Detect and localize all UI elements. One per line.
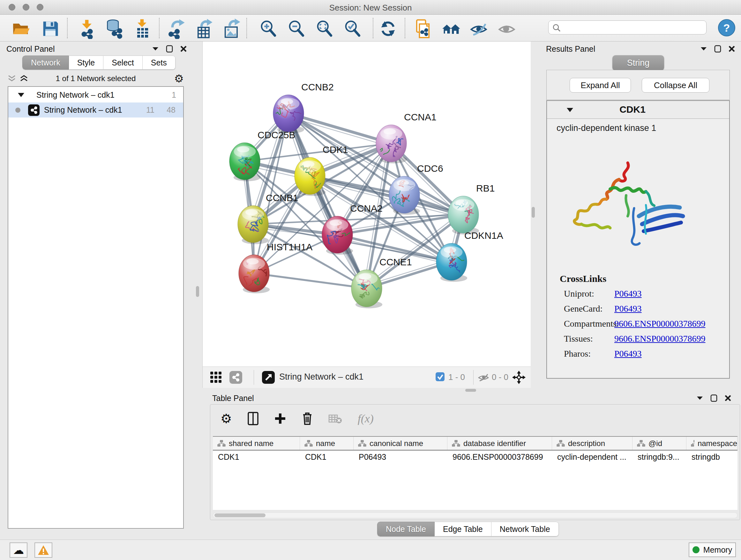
function-builder-icon: f(x) [358,412,374,425]
tab-edge-table[interactable]: Edge Table [434,522,491,537]
bottom-splitter-handle[interactable] [465,389,476,392]
column-header-database-identifier[interactable]: database identifier [448,437,552,450]
delete-table-icon [328,413,342,424]
crosslink-link[interactable]: P06493 [614,349,642,359]
collection-count: 1 [172,90,176,100]
table-horizontal-scrollbar[interactable] [213,512,738,518]
right-splitter-handle[interactable] [532,207,535,218]
warnings-button[interactable] [35,543,52,558]
column-type-icon [305,440,313,447]
save-session-icon[interactable] [40,18,61,39]
table-cell[interactable]: 9606.ENSP00000378699 [448,450,552,463]
collapse-triangle-icon[interactable] [567,108,573,112]
delete-column-icon[interactable] [301,412,313,426]
column-header-canonical-name[interactable]: canonical name [354,437,448,450]
apply-layout-icon[interactable] [378,18,398,39]
panel-close-icon[interactable] [724,395,731,401]
tab-sets[interactable]: Sets [143,56,176,70]
collapse-all-button[interactable]: Collapse All [642,78,710,92]
table-cell[interactable]: CDK1 [300,450,354,463]
table-cell[interactable]: P06493 [354,450,448,463]
cloud-button[interactable]: ☁ [10,543,27,558]
crosslink-link[interactable]: P06493 [614,289,642,299]
tab-network[interactable]: Network [22,56,69,70]
network-row-selected[interactable]: String Network – cdk1 11 48 [8,103,183,118]
add-column-icon[interactable] [274,413,286,425]
collapse-triangle-icon[interactable] [18,93,24,97]
panel-float-icon[interactable] [711,394,718,402]
left-splitter-handle[interactable] [196,286,199,297]
panel-close-icon[interactable] [180,45,187,52]
crosslink-row: GeneCard:P06493 [564,304,724,319]
show-all-networks-icon[interactable] [441,18,461,39]
column-header-shared-name[interactable]: shared name [213,437,300,450]
detach-view-icon[interactable] [262,371,275,385]
table-row[interactable]: CDK1CDK1P064939606.ENSP00000378699cyclin… [213,450,738,463]
control-panel-title: Control Panel [6,44,55,54]
table-cell[interactable]: CDK1 [213,450,300,463]
panel-menu-icon[interactable] [152,47,159,51]
crosslink-link[interactable]: 9606.ENSP00000378699 [614,319,705,329]
network-canvas[interactable]: CCNB2CCNA1CDC25BCDK1CDC6RB1CCNB1CCNA2CDK… [203,42,531,367]
expand-all-button[interactable]: Expand All [569,78,631,92]
memory-button[interactable]: Memory [689,543,736,557]
tab-network-table[interactable]: Network Table [491,522,559,537]
network-node-RB1[interactable]: RB1 [444,183,495,235]
network-node-CDC25B[interactable]: CDC25B [229,130,295,181]
network-options-gear-icon[interactable]: ⚙ [174,72,184,85]
column-header-description[interactable]: description [552,437,632,450]
tab-style[interactable]: Style [69,56,104,70]
help-button[interactable]: ? [718,19,735,37]
export-network-icon[interactable] [166,18,187,39]
export-image-icon[interactable] [221,18,242,39]
panel-float-icon[interactable] [166,45,173,53]
table-cell[interactable]: stringdb:9... [632,450,686,463]
panel-close-icon[interactable] [728,45,735,52]
network-node-CDKN1A[interactable]: CDKN1A [436,230,503,282]
table-cell[interactable]: cyclin-dependent ... [552,450,632,463]
scrollbar-thumb[interactable] [214,513,266,517]
string-view-badge-icon[interactable] [229,371,242,385]
network-collection-row[interactable]: String Network – cdk1 1 [8,87,183,103]
column-header-name[interactable]: name [300,437,354,450]
column-header--id[interactable]: @id [632,437,686,450]
show-grid-icon[interactable] [210,371,222,385]
panel-float-icon[interactable] [714,45,721,53]
import-network-from-database-icon[interactable] [104,18,125,39]
zoom-fit-icon[interactable] [314,18,334,39]
export-table-icon[interactable] [194,18,214,39]
hide-unhide-icon[interactable] [468,18,489,39]
open-session-icon[interactable] [11,18,31,39]
copy-network-icon[interactable] [413,18,433,39]
search-input[interactable] [564,22,701,33]
tab-node-table[interactable]: Node Table [377,522,434,537]
node-label: CCNA2 [350,203,383,213]
collapse-all-networks-icon[interactable] [20,75,28,82]
crosslink-link[interactable]: 9606.ENSP00000378699 [614,334,705,344]
network-node-HIST1H1A[interactable]: HIST1H1A [239,242,313,294]
zoom-selected-icon[interactable] [342,18,362,39]
table-cell[interactable]: stringdb [686,450,738,463]
title-bar: Session: New Session [0,0,741,15]
crosslink-link[interactable]: P06493 [614,304,642,314]
gene-section-header[interactable]: CDK1 [547,101,729,119]
birdseye-navigator-icon[interactable] [512,370,526,386]
network-edge[interactable] [254,273,367,288]
node-label: CDC25B [258,130,295,140]
show-columns-icon[interactable] [247,412,259,426]
zoom-in-icon[interactable] [258,18,278,39]
panel-menu-icon[interactable] [700,47,707,51]
selected-checkbox-icon[interactable] [435,372,445,382]
node-count: 11 [146,105,154,115]
expand-all-networks-icon[interactable] [8,75,16,82]
network-edge[interactable] [288,113,391,143]
import-table-icon[interactable] [132,18,152,39]
zoom-out-icon[interactable] [286,18,307,39]
panel-menu-icon[interactable] [696,396,703,400]
column-header-namespace[interactable]: namespace [686,437,738,450]
import-network-icon[interactable] [77,18,97,39]
table-options-gear-icon[interactable]: ⚙ [220,411,232,426]
tab-select[interactable]: Select [104,56,142,70]
selected-node-edge-count: 1 - 0 [448,372,465,382]
tab-string[interactable]: String [612,55,664,71]
